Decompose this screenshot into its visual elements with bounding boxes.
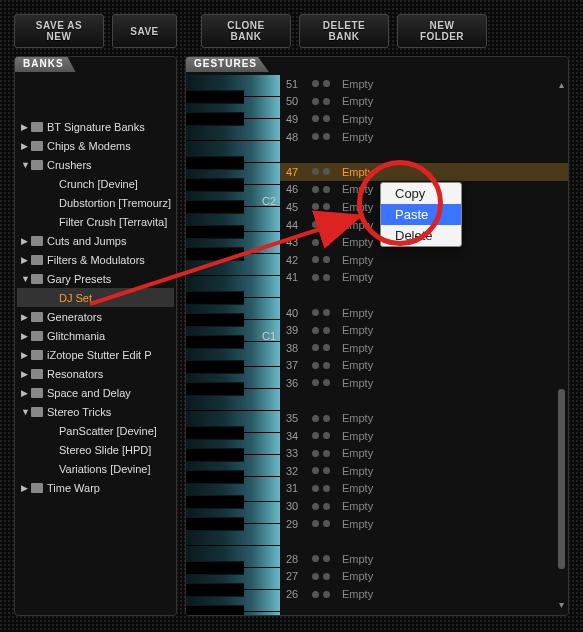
bank-label: Resonators — [47, 368, 103, 380]
gesture-slot[interactable]: 31Empty — [280, 480, 568, 498]
bank-label: BT Signature Banks — [47, 121, 145, 133]
slot-dots — [312, 362, 342, 369]
bank-item[interactable]: ▼Stereo Tricks — [17, 402, 174, 421]
bank-item[interactable]: Variations [Devine] — [17, 459, 174, 478]
banks-list: ▶BT Signature Banks▶Chips & Modems▼Crush… — [15, 75, 176, 615]
bank-item[interactable]: ▶iZotope Stutter Edit P — [17, 345, 174, 364]
bank-item[interactable] — [17, 79, 174, 98]
gesture-slot[interactable]: 37Empty — [280, 357, 568, 375]
bank-item[interactable]: ▶Cuts and Jumps — [17, 231, 174, 250]
slot-number: 49 — [286, 113, 312, 125]
context-delete[interactable]: Delete — [381, 225, 461, 246]
slot-number: 51 — [286, 78, 312, 90]
slot-number: 47 — [286, 166, 312, 178]
folder-icon — [31, 312, 43, 322]
gesture-slot[interactable]: 27Empty — [280, 568, 568, 586]
gesture-slot[interactable]: 38Empty — [280, 339, 568, 357]
bank-item[interactable]: ▶Glitchmania — [17, 326, 174, 345]
slot-dots — [312, 168, 342, 175]
gesture-slot[interactable]: 33Empty — [280, 444, 568, 462]
bank-label: Chips & Modems — [47, 140, 131, 152]
gesture-slot[interactable]: 50Empty — [280, 93, 568, 111]
disclosure-icon: ▶ — [21, 483, 31, 493]
disclosure-icon: ▶ — [21, 312, 31, 322]
bank-label: Gary Presets — [47, 273, 111, 285]
slot-label: Empty — [342, 465, 373, 477]
gesture-slot[interactable]: 32Empty — [280, 462, 568, 480]
folder-icon — [31, 483, 43, 493]
disclosure-icon: ▼ — [21, 160, 31, 170]
bank-item[interactable]: Filter Crush [Terravita] — [17, 212, 174, 231]
gesture-slot[interactable]: 30Empty — [280, 497, 568, 515]
gesture-slot[interactable]: 51Empty — [280, 75, 568, 93]
bank-label: Variations [Devine] — [59, 463, 151, 475]
gesture-slot[interactable]: 29Empty — [280, 515, 568, 533]
slot-label: Empty — [342, 412, 373, 424]
scrollbar[interactable]: ▴ ▾ — [556, 79, 566, 611]
bank-item[interactable]: Crunch [Devine] — [17, 174, 174, 193]
gesture-slot[interactable]: 40Empty — [280, 304, 568, 322]
folder-icon — [31, 274, 43, 284]
gesture-slot[interactable]: 42Empty — [280, 251, 568, 269]
bank-item[interactable]: ▶Filters & Modulators — [17, 250, 174, 269]
scroll-up-icon[interactable]: ▴ — [556, 79, 566, 91]
bank-label: Glitchmania — [47, 330, 105, 342]
bank-item[interactable]: PanScatter [Devine] — [17, 421, 174, 440]
slot-label: Empty — [342, 166, 373, 178]
octave-label: C2 — [262, 195, 276, 207]
slot-dots — [312, 133, 342, 140]
gesture-slot[interactable]: 28Empty — [280, 550, 568, 568]
gesture-slot[interactable]: 26Empty — [280, 585, 568, 603]
bank-item[interactable] — [17, 98, 174, 117]
gesture-slot[interactable]: 36Empty — [280, 374, 568, 392]
scroll-down-icon[interactable]: ▾ — [556, 599, 566, 611]
new-folder-button[interactable]: NEW FOLDER — [397, 14, 487, 48]
folder-icon — [31, 255, 43, 265]
delete-bank-button[interactable]: DELETE BANK — [299, 14, 389, 48]
piano-keys[interactable]: C2C1 — [186, 75, 280, 615]
bank-item[interactable]: ▶Resonators — [17, 364, 174, 383]
bank-item[interactable]: ▶Space and Delay — [17, 383, 174, 402]
gesture-slot[interactable]: 34Empty — [280, 427, 568, 445]
folder-icon — [31, 122, 43, 132]
bank-item[interactable]: Dubstortion [Tremourz] — [17, 193, 174, 212]
context-paste[interactable]: Paste — [381, 204, 461, 225]
bank-item[interactable]: DJ Set — [17, 288, 174, 307]
gesture-slot[interactable]: 49Empty — [280, 110, 568, 128]
slot-label: Empty — [342, 95, 373, 107]
slot-number: 46 — [286, 183, 312, 195]
gesture-slot[interactable]: 35Empty — [280, 409, 568, 427]
save-button[interactable]: SAVE — [112, 14, 177, 48]
bank-label: Space and Delay — [47, 387, 131, 399]
slot-label: Empty — [342, 113, 373, 125]
bank-item[interactable]: ▶Generators — [17, 307, 174, 326]
bank-item[interactable]: ▼Gary Presets — [17, 269, 174, 288]
slot-label: Empty — [342, 219, 373, 231]
bank-item[interactable]: ▶BT Signature Banks — [17, 117, 174, 136]
slot-number: 34 — [286, 430, 312, 442]
bank-item[interactable]: ▶Time Warp — [17, 478, 174, 497]
context-copy[interactable]: Copy — [381, 183, 461, 204]
bank-label: Crushers — [47, 159, 92, 171]
slot-label: Empty — [342, 131, 373, 143]
clone-bank-button[interactable]: CLONE BANK — [201, 14, 291, 48]
bank-label: Filters & Modulators — [47, 254, 145, 266]
gesture-slot[interactable]: 41Empty — [280, 269, 568, 287]
slot-label: Empty — [342, 236, 373, 248]
save-as-new-button[interactable]: SAVE AS NEW — [14, 14, 104, 48]
gesture-slot[interactable]: 39Empty — [280, 321, 568, 339]
bank-item[interactable]: ▼Crushers — [17, 155, 174, 174]
scroll-thumb[interactable] — [558, 389, 565, 569]
bank-label: Stereo Slide [HPD] — [59, 444, 151, 456]
gesture-slot[interactable]: 48Empty — [280, 128, 568, 146]
bank-label: Generators — [47, 311, 102, 323]
bank-item[interactable]: ▶Chips & Modems — [17, 136, 174, 155]
folder-icon — [31, 141, 43, 151]
folder-icon — [31, 331, 43, 341]
folder-icon — [31, 236, 43, 246]
gesture-slot[interactable]: 47Empty — [280, 163, 568, 181]
slot-dots — [312, 467, 342, 474]
slot-number: 45 — [286, 201, 312, 213]
slot-dots — [312, 239, 342, 246]
bank-item[interactable]: Stereo Slide [HPD] — [17, 440, 174, 459]
